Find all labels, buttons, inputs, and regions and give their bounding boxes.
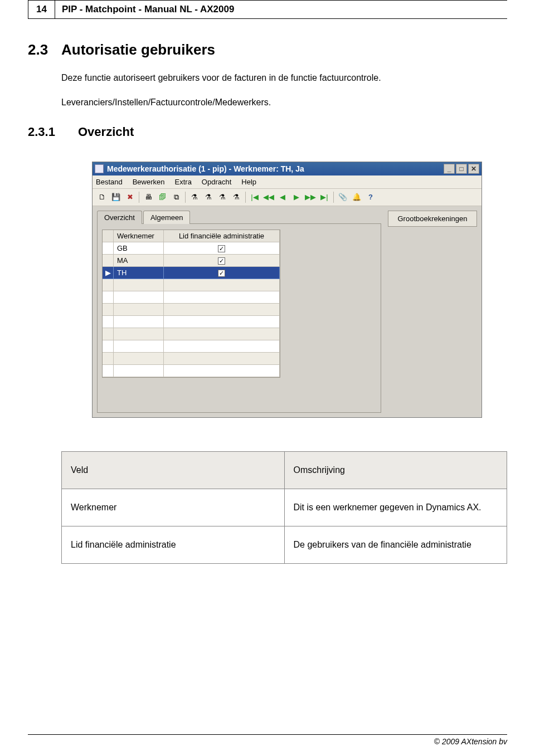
next-icon[interactable]: ▶ <box>290 191 303 203</box>
delete-icon[interactable]: ✖ <box>124 191 136 203</box>
cell-werknemer[interactable]: TH <box>114 267 164 279</box>
grid-column-werknemer[interactable]: Werknemer <box>114 230 164 242</box>
page-number: 14 <box>28 0 55 19</box>
table-row: Werknemer Dit is een werknemer gegeven i… <box>62 489 507 526</box>
checkbox-icon[interactable]: ✓ <box>218 257 225 265</box>
filter-adv-icon[interactable]: ⚗ <box>230 191 242 203</box>
grootboekrekeningen-button[interactable]: Grootboekrekeningen <box>388 211 477 227</box>
table-head-veld: Veld <box>62 451 285 489</box>
filter-by-icon[interactable]: ⚗ <box>202 191 215 203</box>
tabstrip: Overzicht Algemeen <box>97 211 381 224</box>
prev-page-icon[interactable]: ◀◀ <box>262 191 275 203</box>
table-row-empty[interactable] <box>103 353 280 365</box>
toolbar-separator <box>139 192 139 203</box>
grid-row-selector-header <box>103 230 114 242</box>
data-grid[interactable]: Werknemer Lid financiële administratie G… <box>102 230 280 378</box>
prev-icon[interactable]: ◀ <box>276 191 289 203</box>
maximize-button[interactable]: □ <box>456 164 467 174</box>
toolbar: 🗋💾✖🖶🗐⧉⚗⚗⚗⚗|◀◀◀◀▶▶▶▶|📎🔔? <box>93 189 481 206</box>
table-cell-desc: De gebruikers van de financiële administ… <box>284 526 507 563</box>
save-icon[interactable]: 💾 <box>110 191 122 203</box>
tab-panel: Werknemer Lid financiële administratie G… <box>97 223 381 413</box>
row-selector[interactable] <box>103 255 114 267</box>
next-page-icon[interactable]: ▶▶ <box>304 191 317 203</box>
section-title: Autorisatie gebruikers <box>61 41 215 58</box>
table-row-empty[interactable] <box>103 365 280 377</box>
intro-paragraph: Deze functie autoriseert gebruikers voor… <box>61 72 507 84</box>
menu-extra[interactable]: Extra <box>175 178 192 186</box>
app-icon <box>95 164 104 173</box>
row-selector[interactable]: ▶ <box>103 267 114 279</box>
close-button[interactable]: ✕ <box>468 164 479 174</box>
menu-opdracht[interactable]: Opdracht <box>202 178 231 186</box>
app-window: Medewerkerauthorisatie (1 - pip) - Werkn… <box>92 162 482 418</box>
menu-bewerken[interactable]: Bewerken <box>133 178 165 186</box>
table-cell-desc: Dit is een werknemer gegeven in Dynamics… <box>284 489 507 526</box>
table-row[interactable]: GB✓ <box>103 242 280 255</box>
page-header: 14 PIP - Matchpoint - Manual NL - AX2009 <box>28 0 507 19</box>
menu-bestand[interactable]: Bestand <box>96 178 123 186</box>
table-row-empty[interactable] <box>103 291 280 304</box>
menubar: Bestand Bewerken Extra Opdracht Help <box>93 175 481 189</box>
table-row: Lid financiële administratie De gebruike… <box>62 526 507 563</box>
last-icon[interactable]: ▶| <box>318 191 330 203</box>
page-footer: © 2009 AXtension bv <box>28 734 507 746</box>
section-number: 2.3 <box>28 41 61 58</box>
cell-lid[interactable]: ✓ <box>164 267 280 279</box>
filter-icon[interactable]: ⚗ <box>188 191 201 203</box>
toolbar-separator <box>185 192 186 203</box>
toolbar-separator <box>333 192 334 203</box>
cell-werknemer[interactable]: MA <box>114 255 164 267</box>
toolbar-separator <box>245 192 246 203</box>
help-icon[interactable]: ? <box>364 191 377 203</box>
preview-icon[interactable]: 🗐 <box>156 191 168 203</box>
cell-lid[interactable]: ✓ <box>164 255 280 267</box>
tab-algemeen[interactable]: Algemeen <box>143 211 191 224</box>
grid-column-lid[interactable]: Lid financiële administratie <box>164 230 280 242</box>
nav-path: Leveranciers/Instellen/Factuurcontrole/M… <box>61 96 507 109</box>
table-row[interactable]: ▶TH✓ <box>103 267 280 279</box>
document-title: PIP - Matchpoint - Manual NL - AX2009 <box>55 0 507 19</box>
menu-help[interactable]: Help <box>241 178 256 186</box>
subsection-title: Overzicht <box>78 125 134 139</box>
table-row-empty[interactable] <box>103 304 280 316</box>
tab-overzicht[interactable]: Overzicht <box>97 211 142 224</box>
minimize-button[interactable]: _ <box>444 164 455 174</box>
first-icon[interactable]: |◀ <box>249 191 261 203</box>
filter-clear-icon[interactable]: ⚗ <box>216 191 228 203</box>
excel-icon[interactable]: ⧉ <box>170 191 182 203</box>
table-cell-field: Werknemer <box>62 489 285 526</box>
table-row-empty[interactable] <box>103 328 280 340</box>
print-icon[interactable]: 🖶 <box>142 191 154 203</box>
table-cell-field: Lid financiële administratie <box>62 526 285 563</box>
table-row-empty[interactable] <box>103 316 280 328</box>
alert-icon[interactable]: 🔔 <box>351 191 363 203</box>
new-icon[interactable]: 🗋 <box>96 191 108 203</box>
subsection-heading: 2.3.1 Overzicht <box>28 125 507 139</box>
table-row-empty[interactable] <box>103 340 280 353</box>
attach-icon[interactable]: 📎 <box>337 191 349 203</box>
subsection-number: 2.3.1 <box>28 125 78 139</box>
titlebar: Medewerkerauthorisatie (1 - pip) - Werkn… <box>93 162 481 175</box>
checkbox-icon[interactable]: ✓ <box>218 245 225 252</box>
cell-lid[interactable]: ✓ <box>164 242 280 255</box>
checkbox-icon[interactable]: ✓ <box>218 270 225 277</box>
table-row[interactable]: MA✓ <box>103 255 280 267</box>
cell-werknemer[interactable]: GB <box>114 242 164 255</box>
section-heading: 2.3 Autorisatie gebruikers <box>28 41 507 58</box>
window-title: Medewerkerauthorisatie (1 - pip) - Werkn… <box>107 164 444 173</box>
row-selector[interactable] <box>103 242 114 255</box>
table-head-omschrijving: Omschrijving <box>284 451 507 489</box>
table-row-empty[interactable] <box>103 279 280 291</box>
field-description-table: Veld Omschrijving Werknemer Dit is een w… <box>61 451 507 564</box>
